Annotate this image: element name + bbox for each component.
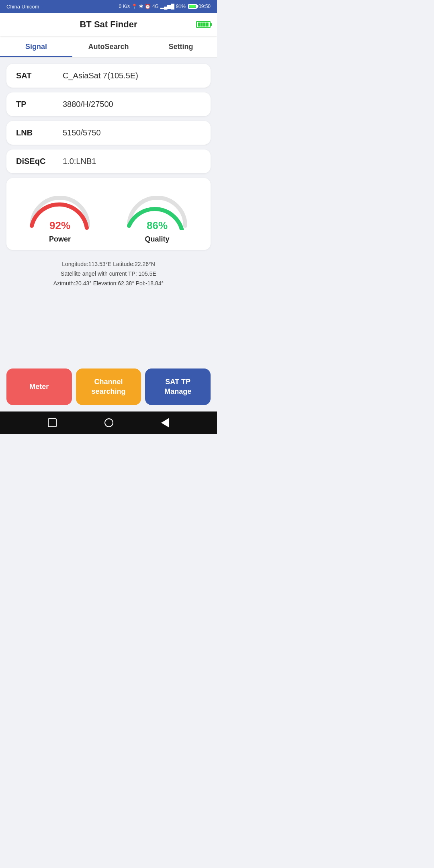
sat-card[interactable]: SAT C_AsiaSat 7(105.5E) bbox=[6, 64, 211, 88]
battery-icon bbox=[188, 4, 197, 9]
carrier-label: China Unicom bbox=[6, 4, 39, 10]
recent-apps-icon[interactable] bbox=[48, 418, 57, 427]
gauges-section: 92% Power 86% Quality bbox=[6, 178, 211, 250]
location-line1: Longitude:113.53°E Latitude:22.26°N bbox=[10, 260, 207, 269]
signal-bars-icon: ▂▄▆█ bbox=[160, 4, 174, 9]
diseqc-value: 1.0:LNB1 bbox=[63, 157, 96, 166]
time-label: 09:50 bbox=[199, 4, 211, 9]
battery-percent: 91% bbox=[176, 4, 186, 9]
sat-tp-manage-button[interactable]: SAT TPManage bbox=[145, 368, 211, 405]
app-header: BT Sat Finder bbox=[0, 13, 217, 36]
location-line3: Azimuth:20.43° Elevation:62.38° Pol:-18.… bbox=[10, 279, 207, 289]
lnb-card[interactable]: LNB 5150/5750 bbox=[6, 121, 211, 145]
tp-card[interactable]: TP 3880/H/27500 bbox=[6, 92, 211, 116]
app-title: BT Sat Finder bbox=[80, 19, 137, 30]
lnb-label: LNB bbox=[16, 128, 56, 137]
power-value: 92% bbox=[49, 219, 70, 232]
diseqc-card[interactable]: DiSEqC 1.0:LNB1 bbox=[6, 149, 211, 173]
back-icon[interactable] bbox=[161, 418, 169, 428]
diseqc-label: DiSEqC bbox=[16, 157, 56, 166]
channel-searching-button[interactable]: Channelsearching bbox=[76, 368, 141, 405]
network-icon: 4G bbox=[152, 4, 159, 9]
location-icon: 📍 bbox=[131, 4, 137, 9]
sat-label: SAT bbox=[16, 71, 56, 80]
tp-value: 3880/H/27500 bbox=[63, 100, 113, 109]
quality-gauge-svg-wrap: 86% bbox=[121, 188, 193, 232]
header-battery-bar bbox=[196, 21, 211, 28]
bottom-buttons: Meter Channelsearching SAT TPManage bbox=[0, 364, 217, 411]
home-icon[interactable] bbox=[104, 418, 113, 427]
bluetooth-icon: ✱ bbox=[139, 4, 143, 9]
main-content: SAT C_AsiaSat 7(105.5E) TP 3880/H/27500 … bbox=[0, 57, 217, 364]
tab-bar: Signal AutoSearch Setting bbox=[0, 36, 217, 57]
sat-value: C_AsiaSat 7(105.5E) bbox=[63, 71, 138, 80]
header-battery bbox=[196, 21, 211, 28]
tab-signal[interactable]: Signal bbox=[0, 36, 72, 57]
tab-setting[interactable]: Setting bbox=[145, 36, 217, 57]
power-gauge-svg-wrap: 92% bbox=[24, 188, 96, 232]
quality-label: Quality bbox=[145, 235, 169, 244]
android-nav-bar bbox=[0, 411, 217, 434]
tp-label: TP bbox=[16, 100, 56, 109]
header-battery-fill bbox=[198, 23, 209, 27]
quality-value: 86% bbox=[147, 219, 168, 232]
lnb-value: 5150/5750 bbox=[63, 128, 101, 137]
power-label: Power bbox=[49, 235, 71, 244]
status-icons: 0 K/s 📍 ✱ ⏰ 4G ▂▄▆█ 91% 09:50 bbox=[119, 4, 211, 9]
quality-gauge: 86% Quality bbox=[110, 188, 204, 244]
power-gauge: 92% Power bbox=[13, 188, 107, 244]
meter-button[interactable]: Meter bbox=[6, 368, 72, 405]
speed-label: 0 K/s bbox=[119, 4, 130, 9]
status-bar: China Unicom 0 K/s 📍 ✱ ⏰ 4G ▂▄▆█ 91% 09:… bbox=[0, 0, 217, 13]
alarm-icon: ⏰ bbox=[145, 4, 151, 9]
tab-autosearch[interactable]: AutoSearch bbox=[72, 36, 145, 57]
location-line2: Satellite angel with current TP: 105.5E bbox=[10, 269, 207, 279]
location-info: Longitude:113.53°E Latitude:22.26°N Sate… bbox=[6, 255, 211, 293]
